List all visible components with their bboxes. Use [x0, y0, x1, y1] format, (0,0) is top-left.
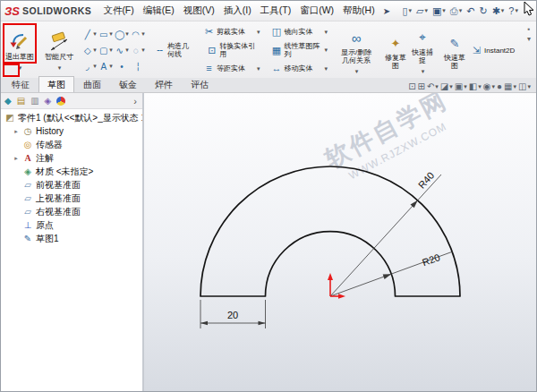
- edit-appearance-icon[interactable]: ●: [497, 81, 502, 91]
- sketch-canvas[interactable]: R40 R20 20: [144, 93, 536, 391]
- text-tool-icon[interactable]: A: [98, 62, 114, 72]
- hide-show-items-icon[interactable]: ◉: [483, 81, 495, 91]
- construction-geometry-button[interactable]: ╌ 构造几何线: [151, 40, 195, 60]
- slot-tool-icon[interactable]: ▢: [98, 46, 114, 55]
- centerline-tool-icon[interactable]: ╎: [130, 62, 146, 72]
- save-icon[interactable]: ▣: [430, 4, 448, 18]
- linear-sketch-pattern-button[interactable]: ▦ 线性草图阵列: [268, 40, 331, 60]
- displaymanager-tab-icon[interactable]: [56, 97, 65, 106]
- expand-arrow-icon[interactable]: ▸: [13, 155, 20, 162]
- tab-features[interactable]: 特征: [3, 76, 38, 92]
- feature-manager-tab-strip: ◆ ▤ ▥ ◈ ›: [1, 93, 142, 109]
- propertymanager-tab-icon[interactable]: ▤: [17, 97, 25, 106]
- rapid-sketch-group: ✎ 快速草图 ⇲ Instant2D: [441, 23, 523, 77]
- zoom-fit-icon[interactable]: ⊡: [408, 81, 415, 91]
- tab-surfaces[interactable]: 曲面: [74, 76, 110, 92]
- print-icon[interactable]: ⎙: [448, 4, 464, 18]
- trim-entities-icon: ✂: [203, 26, 215, 38]
- linear-dimension-20[interactable]: 20: [200, 300, 266, 328]
- pattern-group: ◫ 镜向实体 ▦ 线性草图阵列 ↔ 移动实体: [268, 23, 331, 77]
- new-document-icon[interactable]: ▯: [400, 4, 413, 18]
- trim-entities-button[interactable]: ✂ 剪裁实体: [200, 24, 263, 39]
- smart-dimension-button[interactable]: 智能尺寸: [42, 29, 76, 72]
- previous-view-icon[interactable]: ↶: [427, 81, 439, 91]
- tree-item-right-plane[interactable]: ▱ 右视基准面: [1, 205, 142, 218]
- tree-item-top-plane[interactable]: ▱ 上视基准面: [1, 192, 142, 205]
- quick-snaps-button[interactable]: ⌖ 快速捕捉: [409, 24, 436, 76]
- convert-entities-button[interactable]: ⊡ 转换实体引用: [203, 40, 260, 60]
- quick-snaps-dropdown-icon[interactable]: [421, 64, 425, 75]
- arc-tool-icon[interactable]: ◠: [130, 30, 146, 39]
- offset-entities-button[interactable]: ≡ 等距实体: [200, 61, 263, 76]
- apply-scene-icon[interactable]: ▦: [504, 81, 516, 91]
- menu-item-file[interactable]: 文件(F): [98, 2, 138, 20]
- tree-item-annotations[interactable]: ▸ A 注解: [1, 151, 142, 165]
- rebuild-icon[interactable]: ↻: [477, 4, 489, 18]
- zoom-area-icon[interactable]: ⊞: [418, 81, 425, 91]
- menu-item-view[interactable]: 视图(V): [179, 2, 219, 20]
- help-icon[interactable]: ?: [507, 4, 520, 17]
- tree-item-front-plane[interactable]: ▱ 前视基准面: [1, 178, 142, 192]
- radius-dimension-r20[interactable]: R20: [330, 251, 453, 296]
- menu-item-edit[interactable]: 编辑(E): [139, 2, 179, 20]
- rapid-sketch-button[interactable]: ✎ 快速草图: [441, 30, 468, 71]
- tree-item-sensors[interactable]: ◎ 传感器: [1, 138, 142, 151]
- tab-sheet-metal[interactable]: 钣金: [110, 76, 146, 92]
- menu-item-window[interactable]: 窗口(W): [295, 2, 338, 20]
- toolbar-options-icon[interactable]: ▾: [524, 35, 534, 43]
- tab-evaluate[interactable]: 评估: [182, 76, 217, 92]
- tree-item-material[interactable]: ◈ 材质 <未指定>: [1, 165, 142, 178]
- circle-tool-icon[interactable]: ◯: [114, 30, 130, 39]
- instant2d-icon: ⇲: [471, 45, 482, 56]
- expand-arrow-icon[interactable]: ▸: [13, 128, 20, 135]
- panel-flyout-arrow-icon[interactable]: ›: [132, 96, 139, 107]
- relations-dropdown-icon[interactable]: [354, 64, 359, 75]
- quick-snaps-icon: ⌖: [412, 27, 433, 48]
- section-view-icon[interactable]: ◪: [440, 81, 453, 91]
- display-delete-relations-icon: ∞: [345, 27, 367, 48]
- quick-access-toolbar: ▯ ▱ ▣ ⎙ ↶ ↻ ✱ ?: [400, 4, 533, 18]
- menu-pin-icon[interactable]: ➤: [383, 6, 390, 16]
- tab-sketch[interactable]: 草图: [38, 76, 74, 92]
- tree-item-history[interactable]: ▸ ◷ History: [1, 124, 142, 138]
- menu-bar: ЗS SOLIDWORKS 文件(F) 编辑(E) 视图(V) 插入(I) 工具…: [1, 1, 536, 21]
- featuremanager-tree-tab-icon[interactable]: ◆: [4, 97, 12, 106]
- exit-sketch-button[interactable]: 退出草图: [3, 29, 37, 72]
- ellipse-tool-icon[interactable]: ◌: [130, 46, 146, 55]
- display-style-icon[interactable]: ◧: [469, 81, 482, 91]
- line-tool-icon[interactable]: ╱: [81, 30, 98, 39]
- tree-root-part[interactable]: ◩ 零件1 (默认<<默认>_显示状态 1>): [1, 111, 142, 124]
- linear-sketch-pattern-icon: ▦: [271, 45, 283, 56]
- graphics-area[interactable]: 软件自学网 WWW.RJZXW.COM R40 R20: [144, 93, 536, 391]
- open-document-icon[interactable]: ▱: [414, 4, 430, 18]
- rectangle-tool-icon[interactable]: ▭: [98, 30, 114, 39]
- annotations-icon: A: [22, 153, 33, 163]
- fillet-tool-icon[interactable]: ◞: [81, 62, 98, 72]
- view-orientation-icon[interactable]: ▣: [455, 81, 467, 91]
- spline-tool-icon[interactable]: ∿: [114, 46, 130, 55]
- tree-item-sketch1[interactable]: ✎ 草图1: [1, 232, 142, 245]
- smart-dimension-dropdown-icon[interactable]: [57, 61, 62, 72]
- menu-item-insert[interactable]: 插入(I): [219, 2, 256, 20]
- tree-item-origin[interactable]: ⊥ 原点: [1, 218, 142, 232]
- configuration-manager-tab-icon[interactable]: ▥: [30, 97, 38, 106]
- view-settings-icon[interactable]: ◫: [518, 81, 531, 91]
- exit-sketch-dropdown-icon[interactable]: [18, 61, 22, 72]
- menu-item-help[interactable]: 帮助(H): [338, 2, 379, 20]
- move-entities-icon: ↔: [271, 63, 283, 74]
- sketch-origin[interactable]: [328, 273, 345, 299]
- polygon-tool-icon[interactable]: ◇: [81, 46, 98, 55]
- point-tool-icon[interactable]: •: [114, 62, 130, 72]
- undo-icon[interactable]: ↶: [465, 4, 476, 18]
- display-delete-relations-button[interactable]: ∞ 显示/删除几何关系: [336, 24, 377, 76]
- dimxpert-tab-icon[interactable]: ◈: [45, 97, 52, 106]
- mirror-entities-button[interactable]: ◫ 镜向实体: [268, 24, 331, 39]
- toolbar-pin-icon[interactable]: ▪: [524, 25, 534, 33]
- move-entities-button[interactable]: ↔ 移动实体: [268, 61, 331, 76]
- tab-weldments[interactable]: 焊件: [146, 76, 182, 92]
- menu-item-tools[interactable]: 工具(T): [256, 2, 295, 20]
- instant2d-button[interactable]: ⇲ Instant2D: [468, 43, 523, 58]
- options-icon[interactable]: ✱: [490, 4, 507, 18]
- command-manager-tabs: 特征 草图 曲面 钣金 焊件 评估 ⊡ ⊞ ↶ ◪ ▣ ◧ ◉ ● ▦ ◫: [1, 78, 536, 93]
- repair-sketch-button[interactable]: ✦ 修复草图: [382, 30, 409, 71]
